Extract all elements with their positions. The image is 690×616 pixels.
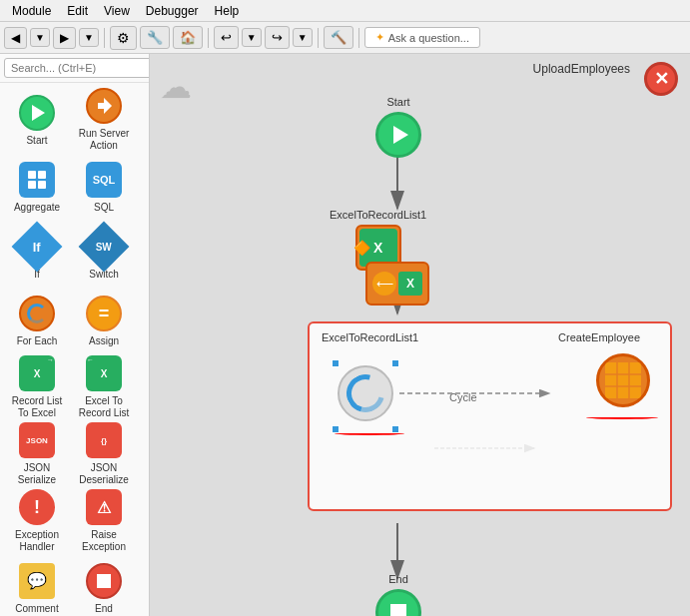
search-input[interactable] xyxy=(4,58,150,78)
for-each-icon xyxy=(19,296,55,331)
end-label: End xyxy=(95,603,113,614)
toolbar-separator-3 xyxy=(318,28,319,48)
svg-rect-0 xyxy=(28,171,36,179)
selection-handle-tl xyxy=(332,359,340,367)
aggregate-icon xyxy=(19,162,55,198)
menu-view[interactable]: View xyxy=(96,2,138,20)
excel-node-arrow-icon: ⟵ xyxy=(372,272,396,296)
end-node-circle xyxy=(375,589,421,616)
start-node-label: Start xyxy=(386,96,409,108)
sidebar-item-json-deserialize[interactable]: {} JSONDeserialize xyxy=(71,421,137,487)
sql-label: SQL xyxy=(94,202,114,213)
loop-box: ExcelToRecordList1 CreateEmployee Cycle xyxy=(308,321,672,511)
selection-handle-tr xyxy=(391,359,399,367)
sidebar-item-if[interactable]: If If xyxy=(4,221,70,287)
excel-to-record-list-icon: X ← xyxy=(86,355,122,391)
cycle-arrow-svg xyxy=(399,385,569,405)
for-each-node[interactable] xyxy=(338,365,393,421)
run-server-action-icon xyxy=(86,88,122,124)
toolbar-separator-1 xyxy=(104,28,105,48)
loop-excel-label: ExcelToRecordList1 xyxy=(322,331,418,343)
toolbar: ◀ ▼ ▶ ▼ ⚙ 🔧 🏠 ↩ ▼ ↪ ▼ 🔨 ✦ Ask a question… xyxy=(0,22,690,54)
svg-rect-2 xyxy=(28,181,36,189)
menu-edit[interactable]: Edit xyxy=(59,2,96,20)
excel-node-x-icon: X xyxy=(398,272,422,296)
for-each-label: For Each xyxy=(17,335,58,346)
comment-label: Comment xyxy=(15,603,58,614)
nav-back-button[interactable]: ◀ xyxy=(4,27,27,49)
menu-debugger[interactable]: Debugger xyxy=(138,2,207,20)
excel-node-connector[interactable]: ⟵ X xyxy=(365,262,429,306)
switch-icon: SW xyxy=(79,221,130,272)
menu-help[interactable]: Help xyxy=(207,2,248,20)
sidebar-item-switch[interactable]: SW Switch xyxy=(71,221,137,287)
nav-dropdown-button[interactable]: ▼ xyxy=(30,28,50,47)
raise-exception-label: RaiseException xyxy=(82,529,126,553)
end-node[interactable]: End xyxy=(375,573,421,616)
redo-button[interactable]: ↪ xyxy=(265,26,290,49)
settings-button[interactable]: ⚙ xyxy=(110,26,137,50)
nav-forward-dropdown-button[interactable]: ▼ xyxy=(79,28,99,47)
sidebar-item-record-list-to-excel[interactable]: X → Record ListTo Excel xyxy=(4,354,70,420)
exception-handler-label: ExceptionHandler xyxy=(15,529,59,553)
nav-forward-button[interactable]: ▶ xyxy=(53,27,76,49)
sidebar-item-end[interactable]: End xyxy=(71,555,137,616)
json-deserialize-label: JSONDeserialize xyxy=(79,462,128,486)
sidebar-item-exception-handler[interactable]: ! ExceptionHandler xyxy=(4,488,70,554)
if-icon: If xyxy=(12,221,63,272)
toolbar-separator-4 xyxy=(358,28,359,48)
json-serialize-label: JSONSerialize xyxy=(18,462,56,486)
ask-question-button[interactable]: ✦ Ask a question... xyxy=(364,27,480,48)
redo-dropdown-button[interactable]: ▼ xyxy=(293,28,313,47)
sparkle-icon: ✦ xyxy=(375,31,384,44)
sidebar-item-aggregate[interactable]: Aggregate xyxy=(4,154,70,220)
sql-icon: SQL xyxy=(86,162,122,198)
undo-button[interactable]: ↩ xyxy=(214,26,239,49)
menu-module[interactable]: Module xyxy=(4,2,59,20)
sidebar-item-comment[interactable]: 💬 Comment xyxy=(4,555,70,616)
squiggle-left xyxy=(335,431,404,435)
record-list-to-excel-icon: X → xyxy=(19,355,55,391)
create-employee-label: CreateEmployee xyxy=(558,331,640,343)
cycle-inner-icon xyxy=(340,367,391,419)
ask-question-label: Ask a question... xyxy=(388,32,469,44)
sidebar-item-for-each[interactable]: For Each xyxy=(4,288,70,353)
build-button[interactable]: 🔨 xyxy=(324,26,353,49)
svg-rect-3 xyxy=(38,181,46,189)
aggregate-label: Aggregate xyxy=(14,202,60,213)
create-employee-node[interactable] xyxy=(596,353,650,407)
sidebar-item-json-serialize[interactable]: JSON JSONSerialize xyxy=(4,421,70,487)
sidebar-item-run-server-action[interactable]: Run ServerAction xyxy=(71,87,137,153)
sidebar-item-assign[interactable]: = Assign xyxy=(71,288,137,353)
comment-icon: 💬 xyxy=(19,563,55,599)
close-button[interactable]: ✕ xyxy=(644,62,678,96)
assign-icon: = xyxy=(86,296,122,331)
sidebar-start-label: Start xyxy=(26,135,47,146)
sidebar-item-excel-to-record-list[interactable]: X ← Excel ToRecord List xyxy=(71,354,137,420)
canvas-title: UploadEmployees xyxy=(533,62,630,76)
raise-exception-icon: ⚠ xyxy=(86,489,122,525)
assign-label: Assign xyxy=(89,335,119,346)
menubar: Module Edit View Debugger Help xyxy=(0,0,690,22)
record-list-to-excel-label: Record ListTo Excel xyxy=(12,395,63,419)
end-icon xyxy=(86,563,122,599)
toolbar-separator-2 xyxy=(208,28,209,48)
main-layout: « Start Run ServerAction xyxy=(0,54,690,616)
sidebar-item-sql[interactable]: SQL SQL xyxy=(71,154,137,220)
canvas-area: ☁ UploadEmployees ✕ xyxy=(150,54,690,616)
sidebar: « Start Run ServerAction xyxy=(0,54,150,616)
cloud-icon: ☁ xyxy=(160,68,192,106)
tool-action2-button[interactable]: 🏠 xyxy=(173,26,203,49)
json-serialize-icon: JSON xyxy=(19,422,55,458)
sidebar-items-grid: Start Run ServerAction xyxy=(0,83,149,616)
end-node-label: End xyxy=(388,573,408,585)
undo-dropdown-button[interactable]: ▼ xyxy=(242,28,262,47)
start-node[interactable]: Start xyxy=(375,96,421,158)
sidebar-item-start[interactable]: Start xyxy=(4,87,70,153)
excel-record-list-node-label: ExcelToRecordList1 xyxy=(330,209,426,221)
squiggle-right xyxy=(586,415,658,419)
run-server-action-label: Run ServerAction xyxy=(79,128,130,152)
sidebar-item-raise-exception[interactable]: ⚠ RaiseException xyxy=(71,488,137,554)
json-deserialize-icon: {} xyxy=(86,422,122,458)
tool-action1-button[interactable]: 🔧 xyxy=(140,26,170,49)
